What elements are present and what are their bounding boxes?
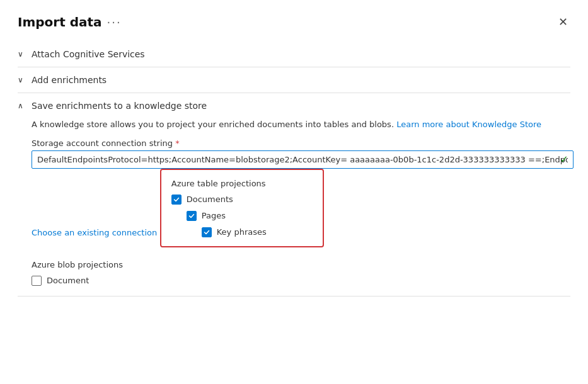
blob-document-checkbox[interactable] <box>32 276 42 286</box>
import-data-panel: Import data ··· ✕ ∨ Attach Cognitive Ser… <box>0 0 588 384</box>
cognitive-services-header[interactable]: ∨ Attach Cognitive Services <box>18 42 570 67</box>
blob-document-label: Document <box>47 276 89 285</box>
check-icon: ✓ <box>560 154 568 166</box>
panel-title: Import data <box>18 14 102 30</box>
connection-string-label: Storage account connection string * <box>32 138 570 148</box>
cognitive-services-title: Attach Cognitive Services <box>32 49 145 59</box>
connection-string-wrapper: ✓ <box>32 150 574 169</box>
key-phrases-label: Key phrases <box>217 227 267 237</box>
chevron-down-icon: ∨ <box>18 50 26 59</box>
azure-table-projections-box: Azure table projections Documents <box>160 169 324 247</box>
panel-ellipsis: ··· <box>107 16 122 29</box>
connection-string-input[interactable] <box>32 150 574 169</box>
pages-label: Pages <box>202 211 226 220</box>
add-enrichments-header[interactable]: ∨ Add enrichments <box>18 67 570 93</box>
choose-existing-connection-link[interactable]: Choose an existing connection <box>32 228 157 237</box>
title-row: Import data ··· <box>18 14 122 30</box>
azure-table-projections-title: Azure table projections <box>171 179 313 188</box>
close-button[interactable]: ✕ <box>556 13 570 31</box>
key-phrases-checkbox-item: Key phrases <box>202 227 313 237</box>
pages-checkbox[interactable] <box>187 211 197 221</box>
knowledge-store-header[interactable]: ∧ Save enrichments to a knowledge store <box>18 93 570 118</box>
pages-checkbox-item: Pages <box>187 211 313 221</box>
knowledge-store-description: A knowledge store allows you to project … <box>32 118 570 131</box>
chevron-down-icon-2: ∨ <box>18 76 26 84</box>
documents-label: Documents <box>187 195 233 204</box>
knowledge-store-title: Save enrichments to a knowledge store <box>32 101 207 111</box>
add-enrichments-section: ∨ Add enrichments <box>18 67 570 93</box>
chevron-up-icon: ∧ <box>18 101 26 110</box>
azure-blob-projections-section: Azure blob projections Document <box>32 260 570 286</box>
panel-header: Import data ··· ✕ <box>18 13 570 31</box>
blob-document-checkbox-item: Document <box>32 276 570 286</box>
learn-more-link[interactable]: Learn more about Knowledge Store <box>396 120 541 129</box>
knowledge-store-content: A knowledge store allows you to project … <box>18 118 570 296</box>
cognitive-services-section: ∨ Attach Cognitive Services <box>18 42 570 67</box>
azure-blob-title: Azure blob projections <box>32 260 570 269</box>
documents-checkbox[interactable] <box>171 195 182 205</box>
key-phrases-checkbox[interactable] <box>202 227 212 237</box>
documents-checkbox-item: Documents <box>171 195 313 205</box>
add-enrichments-title: Add enrichments <box>32 75 107 85</box>
knowledge-store-section: ∧ Save enrichments to a knowledge store … <box>18 93 570 296</box>
